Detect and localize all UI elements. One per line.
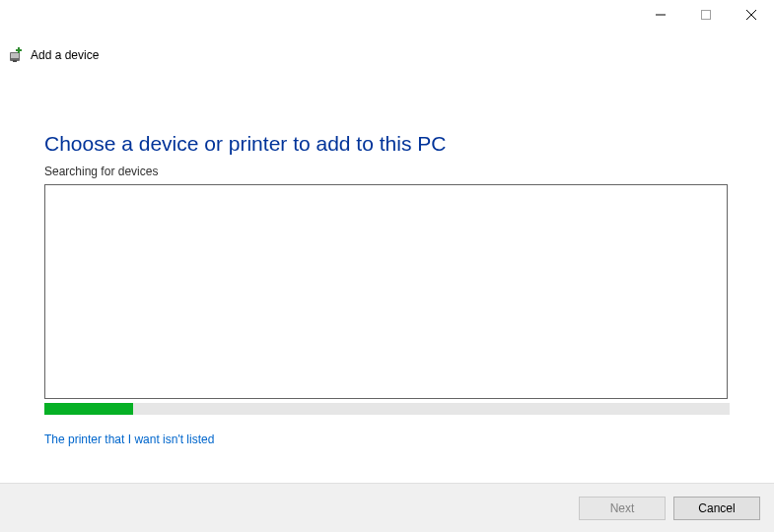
page-heading: Choose a device or printer to add to thi… <box>44 130 730 157</box>
minimize-button[interactable] <box>638 0 683 30</box>
svg-rect-1 <box>702 11 711 20</box>
svg-rect-8 <box>16 49 22 51</box>
window-controls <box>638 0 774 30</box>
device-list[interactable] <box>44 184 728 399</box>
next-button: Next <box>579 497 666 520</box>
device-icon <box>9 47 25 63</box>
close-button[interactable] <box>729 0 774 30</box>
progress-fill <box>44 403 133 415</box>
svg-rect-6 <box>13 60 17 62</box>
status-text: Searching for devices <box>44 165 730 178</box>
cancel-button[interactable]: Cancel <box>673 497 760 520</box>
wizard-footer: Next Cancel <box>0 483 774 532</box>
printer-not-listed-link[interactable]: The printer that I want isn't listed <box>44 432 214 446</box>
window-title: Add a device <box>31 48 99 62</box>
maximize-button <box>683 0 729 30</box>
wizard-header: Add a device <box>9 47 99 63</box>
minimize-icon <box>656 10 666 20</box>
svg-rect-5 <box>11 53 19 58</box>
wizard-content: Choose a device or printer to add to thi… <box>44 130 730 446</box>
progress-bar <box>44 403 730 415</box>
close-icon <box>746 10 756 20</box>
maximize-icon <box>701 10 711 20</box>
